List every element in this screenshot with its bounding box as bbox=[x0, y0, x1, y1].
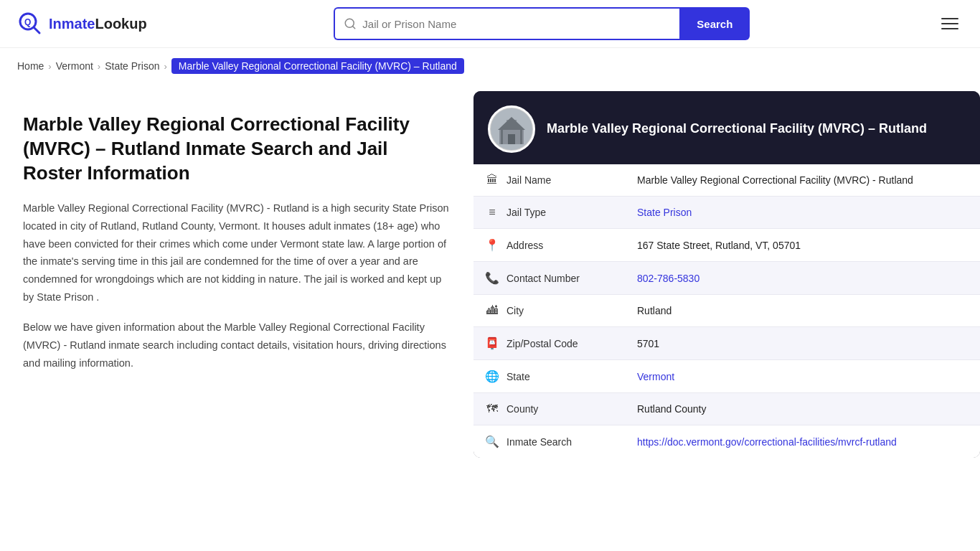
breadcrumb-sep-2: › bbox=[98, 61, 100, 72]
breadcrumb-home[interactable]: Home bbox=[17, 60, 44, 72]
field-label: ≡Jail Type bbox=[485, 206, 614, 219]
left-column: Marble Valley Regional Correctional Faci… bbox=[0, 84, 473, 458]
field-icon: 🔍 bbox=[485, 435, 499, 448]
info-card: Marble Valley Regional Correctional Faci… bbox=[473, 91, 980, 458]
field-value: 167 State Street, Rutland, VT, 05701 bbox=[626, 229, 980, 262]
field-icon: 🗺 bbox=[485, 402, 499, 415]
table-row: 🌐StateVermont bbox=[473, 360, 980, 393]
search-icon bbox=[344, 17, 357, 30]
field-value[interactable]: State Prison bbox=[626, 197, 980, 229]
field-value: Rutland bbox=[626, 295, 980, 327]
field-icon: 🏙 bbox=[485, 304, 499, 317]
field-icon: 📞 bbox=[485, 271, 499, 285]
field-label: 🔍Inmate Search bbox=[485, 435, 614, 448]
table-row: ≡Jail TypeState Prison bbox=[473, 197, 980, 229]
table-row: 🗺CountyRutland County bbox=[473, 393, 980, 425]
table-row: 📮Zip/Postal Code5701 bbox=[473, 327, 980, 360]
field-icon: 🏛 bbox=[485, 174, 499, 187]
logo-icon: Q bbox=[17, 11, 43, 37]
field-label: 🌐State bbox=[485, 369, 614, 383]
breadcrumb-sep-1: › bbox=[48, 61, 51, 72]
table-row: 📍Address167 State Street, Rutland, VT, 0… bbox=[473, 229, 980, 262]
hamburger-menu[interactable] bbox=[937, 14, 963, 34]
breadcrumb-sep-3: › bbox=[164, 61, 166, 72]
field-icon: 🌐 bbox=[485, 369, 499, 383]
field-icon: ≡ bbox=[485, 206, 499, 219]
svg-text:Q: Q bbox=[24, 17, 31, 27]
breadcrumb: Home › Vermont › State Prison › Marble V… bbox=[0, 48, 980, 84]
logo-text: InmateLookup bbox=[49, 16, 147, 32]
breadcrumb-type[interactable]: State Prison bbox=[105, 60, 159, 72]
svg-rect-11 bbox=[520, 130, 522, 144]
breadcrumb-state[interactable]: Vermont bbox=[56, 60, 93, 72]
svg-rect-10 bbox=[501, 130, 503, 144]
card-header: Marble Valley Regional Correctional Faci… bbox=[473, 91, 980, 164]
field-value[interactable]: Vermont bbox=[626, 360, 980, 393]
field-value[interactable]: https://doc.vermont.gov/correctional-fac… bbox=[626, 425, 980, 458]
svg-line-2 bbox=[34, 27, 39, 33]
field-label: 📞Contact Number bbox=[485, 271, 614, 285]
logo-link[interactable]: Q InmateLookup bbox=[17, 11, 147, 37]
page-title: Marble Valley Regional Correctional Faci… bbox=[23, 113, 451, 185]
field-icon: 📍 bbox=[485, 238, 499, 252]
svg-line-4 bbox=[353, 26, 355, 28]
site-header: Q InmateLookup Search bbox=[0, 0, 980, 48]
facility-building-icon bbox=[491, 108, 532, 150]
main-content: Marble Valley Regional Correctional Faci… bbox=[0, 84, 980, 486]
page-description-2: Below we have given information about th… bbox=[23, 319, 451, 372]
field-label: 🗺County bbox=[485, 402, 614, 415]
field-value[interactable]: 802-786-5830 bbox=[626, 262, 980, 295]
table-row: 🏛Jail NameMarble Valley Regional Correct… bbox=[473, 164, 980, 197]
table-row: 📞Contact Number802-786-5830 bbox=[473, 262, 980, 295]
table-row: 🔍Inmate Searchhttps://doc.vermont.gov/co… bbox=[473, 425, 980, 458]
facility-avatar bbox=[488, 105, 535, 153]
card-title: Marble Valley Regional Correctional Faci… bbox=[547, 121, 927, 137]
field-label: 📮Zip/Postal Code bbox=[485, 336, 614, 350]
field-value: Rutland County bbox=[626, 393, 980, 425]
info-table: 🏛Jail NameMarble Valley Regional Correct… bbox=[473, 164, 980, 458]
search-input-wrapper bbox=[334, 7, 679, 40]
field-label: 🏙City bbox=[485, 304, 614, 317]
field-label: 📍Address bbox=[485, 238, 614, 252]
search-input[interactable] bbox=[362, 18, 671, 30]
page-description-1: Marble Valley Regional Correctional Faci… bbox=[23, 199, 451, 306]
search-button[interactable]: Search bbox=[679, 7, 750, 40]
field-value: Marble Valley Regional Correctional Faci… bbox=[626, 164, 980, 197]
search-area: Search bbox=[334, 7, 750, 40]
field-label: 🏛Jail Name bbox=[485, 174, 614, 187]
table-row: 🏙CityRutland bbox=[473, 295, 980, 327]
svg-rect-9 bbox=[508, 134, 515, 144]
right-column: Marble Valley Regional Correctional Faci… bbox=[473, 84, 980, 458]
field-icon: 📮 bbox=[485, 336, 499, 350]
breadcrumb-current: Marble Valley Regional Correctional Faci… bbox=[171, 58, 464, 74]
field-value: 5701 bbox=[626, 327, 980, 360]
